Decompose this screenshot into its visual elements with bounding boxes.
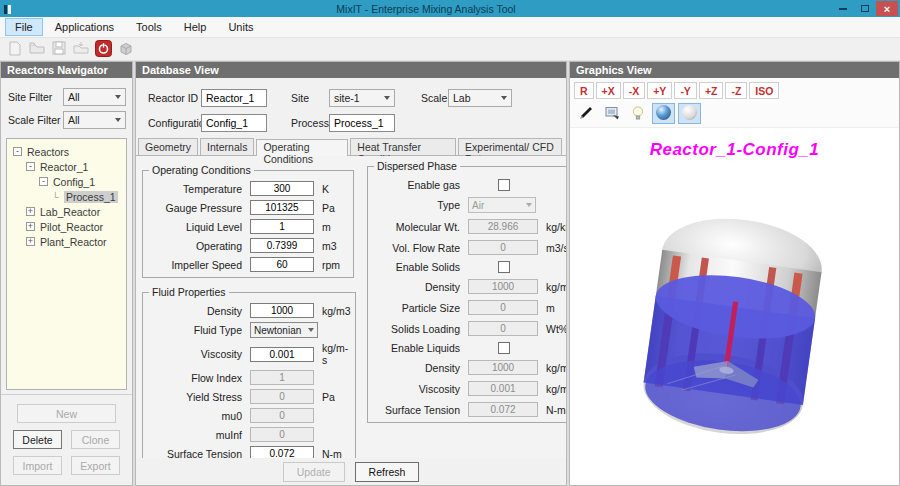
menu-tools[interactable]: Tools <box>126 18 172 36</box>
unit-label: kg/m-s <box>546 383 566 395</box>
view-y-button[interactable]: +Y <box>647 82 672 99</box>
snapshot-button[interactable] <box>600 103 623 124</box>
new-button: New <box>17 404 116 423</box>
surface-tension-field <box>468 402 538 417</box>
view-iso-button[interactable]: ISO <box>749 82 779 99</box>
solids-loading-label: Solids Loading <box>372 323 460 335</box>
unit-label: Pa <box>322 202 335 214</box>
chevron-down-icon <box>308 328 314 332</box>
navigator-header: Reactors Navigator <box>1 62 132 78</box>
menu-file[interactable]: File <box>5 18 43 36</box>
tree-item-process-1[interactable]: └Process_1 <box>9 189 124 204</box>
density-field[interactable] <box>250 303 314 318</box>
chevron-down-icon <box>526 203 532 207</box>
enable-liquids-checkbox[interactable] <box>498 342 510 354</box>
site-select[interactable]: site-1 <box>329 89 395 107</box>
tab-geometry[interactable]: Geometry <box>138 138 198 155</box>
toolbar <box>0 38 900 61</box>
graphics-canvas[interactable]: Reactor_1-Config_1 <box>570 128 899 485</box>
restore-button[interactable] <box>854 1 876 16</box>
tree-item-lab-reactor[interactable]: +Lab_Reactor <box>9 204 124 219</box>
menu-applications[interactable]: Applications <box>45 18 124 36</box>
tab-heat-transfer-conditions[interactable]: Heat Transfer Conditions <box>350 138 456 155</box>
unit-label: m <box>546 302 555 314</box>
scale-filter-select[interactable]: All <box>63 111 126 129</box>
collapse-icon[interactable]: - <box>39 177 48 186</box>
sphere-flat-icon <box>681 104 698 123</box>
menu-units[interactable]: Units <box>218 18 263 36</box>
liquid-level-field[interactable] <box>250 219 314 234</box>
viscosity-label: Viscosity <box>372 383 460 395</box>
chevron-down-icon <box>501 96 507 100</box>
pen-icon <box>578 105 594 123</box>
refresh-button[interactable]: Refresh <box>355 462 420 482</box>
selected-value: Newtonian <box>254 325 301 336</box>
view-z-button[interactable]: -Z <box>725 82 747 99</box>
update-button: Update <box>283 462 345 482</box>
view-y-button[interactable]: -Y <box>674 82 697 99</box>
enable-gas-checkbox[interactable] <box>498 179 510 191</box>
reactors-tree[interactable]: -Reactors-Reactor_1-Config_1└Process_1+L… <box>6 138 127 390</box>
unit-label: kg/m-s <box>322 342 351 366</box>
type-label: Type <box>372 199 460 211</box>
clone-button: Clone <box>71 430 120 449</box>
site-filter-select[interactable]: All <box>63 88 126 106</box>
enable-solids-checkbox[interactable] <box>498 261 510 273</box>
view-z-button[interactable]: +Z <box>699 82 724 99</box>
collapse-icon[interactable]: - <box>26 162 35 171</box>
enable-liquids-label: Enable Liquids <box>372 342 460 354</box>
unit-label: kg/m3 <box>546 281 566 293</box>
bulb-button[interactable] <box>626 103 649 124</box>
expand-icon[interactable]: + <box>26 237 35 246</box>
sphere-flat-button[interactable] <box>678 103 701 124</box>
collapse-icon[interactable]: - <box>13 147 22 156</box>
temperature-field[interactable] <box>250 181 314 196</box>
fluid-properties-legend: Fluid Properties <box>149 286 229 298</box>
tree-item-config-1[interactable]: -Config_1 <box>9 174 124 189</box>
tab-experimental-cfd-data[interactable]: Experimental/ CFD Data <box>458 138 562 155</box>
expand-icon[interactable]: + <box>26 222 35 231</box>
surface-tension-field[interactable] <box>250 446 314 458</box>
view-x-button[interactable]: -X <box>623 82 646 99</box>
operating-field[interactable] <box>250 238 314 253</box>
fluid-type-select[interactable]: Newtonian <box>250 322 318 338</box>
gauge-pressure-field[interactable] <box>250 200 314 215</box>
tree-item-pilot-reactor[interactable]: +Pilot_Reactor <box>9 219 124 234</box>
view-r-button[interactable]: R <box>574 82 594 99</box>
muinf-label: muInf <box>147 429 242 441</box>
reactor-id-label: Reactor ID <box>148 92 201 104</box>
menu-help[interactable]: Help <box>174 18 217 36</box>
process-field[interactable] <box>329 114 395 132</box>
scale-select[interactable]: Lab <box>448 89 512 107</box>
power-button[interactable] <box>93 40 113 59</box>
unit-label: Wt% <box>546 323 566 335</box>
chevron-down-icon <box>115 95 121 99</box>
delete-button[interactable]: Delete <box>13 430 62 449</box>
configuration-field[interactable] <box>201 114 267 132</box>
tab-operating-conditions[interactable]: Operating Conditions <box>256 139 348 156</box>
tree-item-reactors[interactable]: -Reactors <box>9 144 124 159</box>
tab-internals[interactable]: Internals <box>200 138 254 155</box>
window-controls: × <box>832 1 898 16</box>
new-file-icon <box>8 41 22 58</box>
tree-item-label: Pilot_Reactor <box>38 221 105 233</box>
unit-label: N-m <box>322 448 342 459</box>
viscosity-field[interactable] <box>250 347 314 362</box>
expand-icon[interactable]: + <box>26 207 35 216</box>
impeller-speed-field[interactable] <box>250 257 314 272</box>
particle-size-label: Particle Size <box>372 302 460 314</box>
model-caption: Reactor_1-Config_1 <box>570 140 899 160</box>
unit-label: rpm <box>322 259 340 271</box>
minimize-button[interactable] <box>832 1 854 16</box>
tree-item-plant-reactor[interactable]: +Plant_Reactor <box>9 234 124 249</box>
tree-item-reactor-1[interactable]: -Reactor_1 <box>9 159 124 174</box>
view-x-button[interactable]: +X <box>596 82 621 99</box>
pen-button[interactable] <box>574 103 597 124</box>
reactor-id-field[interactable] <box>201 89 267 107</box>
reactor-3d-model <box>630 176 840 446</box>
temperature-label: Temperature <box>147 183 242 195</box>
graphics-header: Graphics View <box>570 62 899 78</box>
tree-item-label: Process_1 <box>64 191 118 203</box>
sphere-shaded-button[interactable] <box>652 103 675 124</box>
close-button[interactable]: × <box>876 1 898 16</box>
